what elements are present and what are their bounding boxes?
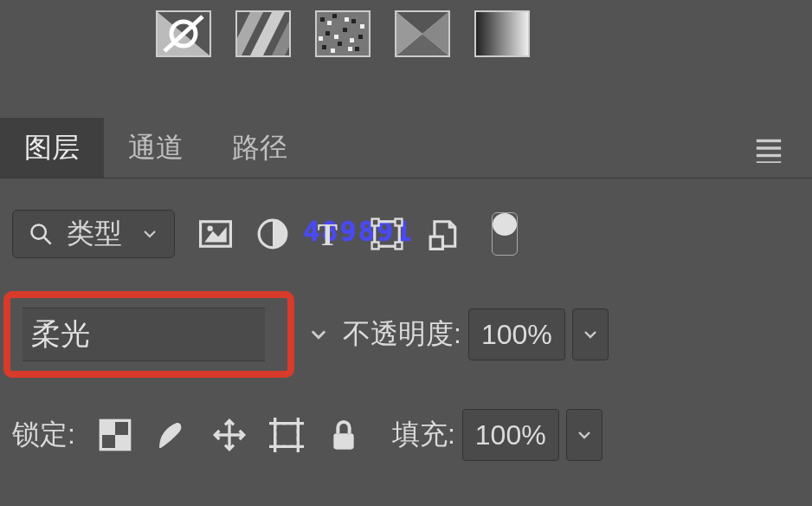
preset-thumb-triangles[interactable] — [395, 10, 450, 57]
fill-value[interactable]: 100% — [462, 409, 559, 461]
fill-chevron[interactable] — [566, 409, 603, 461]
chevron-down-icon — [141, 225, 158, 243]
preset-thumb-gradient[interactable] — [474, 10, 530, 57]
tab-layers[interactable]: 图层 — [0, 118, 104, 178]
svg-rect-41 — [372, 219, 379, 226]
svg-rect-42 — [396, 219, 403, 226]
opacity-label: 不透明度: — [343, 315, 461, 354]
svg-rect-47 — [100, 420, 115, 435]
lock-position-icon[interactable] — [212, 418, 247, 452]
lock-transparency-icon[interactable] — [98, 418, 132, 452]
svg-rect-13 — [338, 42, 342, 46]
layer-filter-row: 类型 T — [0, 178, 812, 258]
svg-rect-12 — [322, 45, 326, 49]
blend-mode-select[interactable]: 柔光 — [23, 308, 265, 361]
preset-thumb-stripes[interactable] — [235, 10, 291, 57]
tab-channels[interactable]: 通道 — [104, 118, 208, 178]
svg-rect-22 — [348, 47, 352, 51]
svg-rect-6 — [320, 17, 325, 22]
svg-rect-7 — [332, 14, 337, 18]
svg-line-34 — [44, 237, 51, 244]
blend-mode-chevron[interactable] — [308, 324, 329, 345]
svg-rect-8 — [351, 19, 356, 23]
svg-rect-19 — [334, 35, 338, 39]
opacity-value[interactable]: 100% — [468, 308, 565, 360]
blend-mode-row: 柔光 不透明度: 100% — [0, 258, 812, 378]
svg-rect-43 — [372, 243, 379, 250]
filter-toggle[interactable] — [492, 212, 518, 256]
svg-rect-18 — [319, 36, 323, 41]
preset-thumb-noise[interactable] — [315, 10, 371, 57]
search-icon — [29, 222, 53, 246]
svg-text:T: T — [318, 218, 338, 250]
filter-type-icon[interactable]: T — [313, 217, 346, 250]
lock-image-icon[interactable] — [155, 418, 190, 452]
layer-type-filter-select[interactable]: 类型 — [12, 210, 175, 258]
svg-rect-10 — [343, 28, 347, 32]
blend-mode-highlight: 柔光 — [3, 291, 294, 378]
svg-rect-11 — [358, 35, 363, 39]
opacity-chevron[interactable] — [572, 308, 609, 360]
svg-rect-21 — [331, 49, 335, 53]
preset-thumb-cross-circle[interactable] — [156, 10, 211, 57]
filter-smartobject-icon[interactable] — [428, 217, 461, 250]
lock-artboard-icon[interactable] — [269, 418, 304, 452]
panel-tabs: 图层 通道 路径 — [0, 118, 812, 178]
filter-shape-icon[interactable] — [371, 217, 403, 250]
filter-adjustment-icon[interactable] — [256, 217, 289, 250]
lock-label: 锁定: — [12, 416, 75, 454]
svg-rect-20 — [350, 38, 354, 42]
svg-rect-28 — [476, 12, 528, 55]
tab-paths[interactable]: 路径 — [208, 118, 312, 178]
svg-rect-17 — [360, 24, 364, 29]
filter-pixel-icon[interactable] — [199, 217, 232, 250]
lock-all-icon[interactable] — [326, 418, 361, 452]
lock-row: 锁定: 填充: 100% — [0, 378, 812, 461]
svg-rect-15 — [327, 21, 332, 25]
svg-rect-44 — [396, 243, 403, 250]
fill-label: 填充: — [392, 416, 455, 454]
svg-rect-14 — [355, 47, 359, 51]
svg-rect-9 — [325, 31, 330, 36]
type-label: 类型 — [67, 215, 122, 253]
svg-point-33 — [32, 225, 46, 239]
svg-rect-16 — [345, 17, 349, 22]
svg-point-37 — [208, 226, 213, 231]
svg-rect-51 — [275, 424, 299, 447]
svg-rect-48 — [115, 435, 130, 450]
panel-menu-icon[interactable] — [751, 131, 786, 165]
svg-rect-45 — [430, 237, 442, 249]
gradient-presets-toolbar — [0, 0, 812, 57]
svg-rect-56 — [333, 433, 353, 449]
